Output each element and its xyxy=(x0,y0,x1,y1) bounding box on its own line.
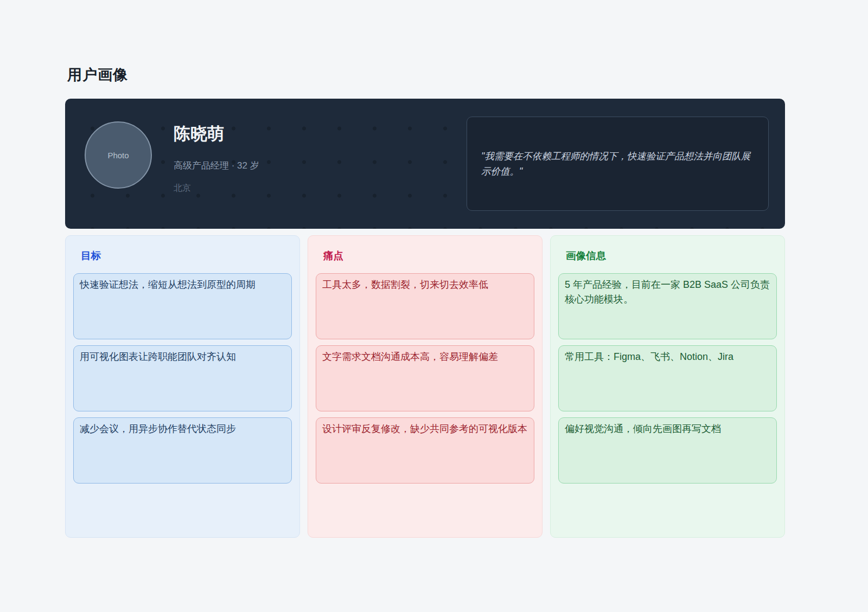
persona-role-age: 高级产品经理 · 32 岁 xyxy=(174,159,434,172)
profile-info-card: 偏好视觉沟通，倾向先画图再写文档 xyxy=(558,417,777,484)
persona-page: 用户画像 Photo 陈晓萌 高级产品经理 · 32 岁 北京 "我需要在不依赖… xyxy=(65,0,785,538)
pain-point-card: 工具太多，数据割裂，切来切去效率低 xyxy=(316,273,534,339)
profile-info-card: 常用工具：Figma、飞书、Notion、Jira xyxy=(558,345,777,411)
profile-info-column-title: 画像信息 xyxy=(566,249,777,262)
pain-points-column: 痛点 工具太多，数据割裂，切来切去效率低 文字需求文档沟通成本高，容易理解偏差 … xyxy=(308,235,542,538)
avatar-placeholder-label: Photo xyxy=(107,151,129,160)
persona-name: 陈晓萌 xyxy=(174,123,434,145)
goal-card: 用可视化图表让跨职能团队对齐认知 xyxy=(73,345,292,411)
persona-location: 北京 xyxy=(174,183,434,194)
goal-card: 减少会议，用异步协作替代状态同步 xyxy=(73,417,292,484)
persona-header-card: Photo 陈晓萌 高级产品经理 · 32 岁 北京 "我需要在不依赖工程师的情… xyxy=(65,99,785,229)
goal-card: 快速验证想法，缩短从想法到原型的周期 xyxy=(73,273,292,339)
page-title: 用户画像 xyxy=(67,65,785,85)
pain-points-column-title: 痛点 xyxy=(323,249,534,262)
pain-point-card: 文字需求文档沟通成本高，容易理解偏差 xyxy=(316,345,534,411)
persona-quote-box: "我需要在不依赖工程师的情况下，快速验证产品想法并向团队展示价值。" xyxy=(467,117,769,211)
persona-quote-text: "我需要在不依赖工程师的情况下，快速验证产品想法并向团队展示价值。" xyxy=(481,149,754,179)
profile-info-card: 5 年产品经验，目前在一家 B2B SaaS 公司负责核心功能模块。 xyxy=(558,273,777,339)
profile-info-column: 画像信息 5 年产品经验，目前在一家 B2B SaaS 公司负责核心功能模块。 … xyxy=(550,235,785,538)
goals-column-title: 目标 xyxy=(81,249,292,262)
persona-info: 陈晓萌 高级产品经理 · 32 岁 北京 xyxy=(174,123,434,194)
pain-point-card: 设计评审反复修改，缺少共同参考的可视化版本 xyxy=(316,417,534,484)
avatar: Photo xyxy=(85,121,152,189)
goals-column: 目标 快速验证想法，缩短从想法到原型的周期 用可视化图表让跨职能团队对齐认知 减… xyxy=(65,235,300,538)
persona-columns: 目标 快速验证想法，缩短从想法到原型的周期 用可视化图表让跨职能团队对齐认知 减… xyxy=(65,235,785,538)
